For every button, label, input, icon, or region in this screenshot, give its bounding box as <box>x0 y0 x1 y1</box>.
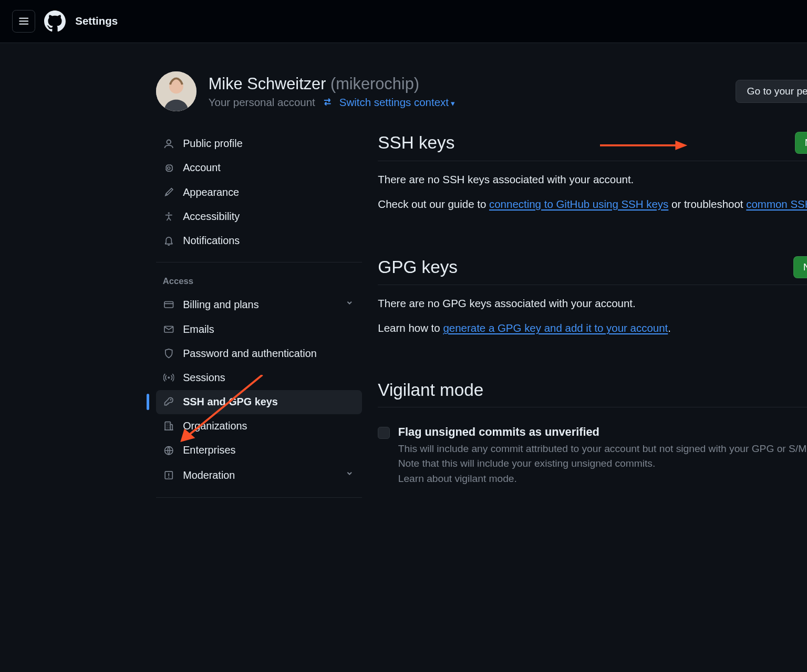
gpg-learn-link[interactable]: generate a GPG key and add it to your ac… <box>443 322 668 334</box>
vigilant-section-header: Vigilant mode <box>378 380 807 407</box>
username: (mikerochip) <box>330 75 419 93</box>
sidebar-item-account[interactable]: Account <box>156 156 362 180</box>
card-icon <box>163 299 175 311</box>
ssh-troubleshoot-link[interactable]: common SSH problems <box>746 198 807 210</box>
sidebar-item-label: Moderation <box>183 469 235 481</box>
vigilant-learn-link[interactable]: Learn about vigilant mode <box>398 473 514 484</box>
user-avatar-large <box>156 71 196 112</box>
sidebar-item-moderation[interactable]: Moderation <box>156 463 362 488</box>
chevron-down-icon <box>344 468 355 481</box>
key-icon <box>163 396 175 408</box>
vigilant-checkbox-row: Flag unsigned commits as unverified This… <box>378 422 807 487</box>
github-logo-icon[interactable] <box>44 10 66 32</box>
sidebar-item-label: SSH and GPG keys <box>183 396 278 408</box>
shield-icon <box>163 348 175 360</box>
switch-arrows-icon <box>322 97 333 107</box>
hamburger-button[interactable] <box>12 10 35 33</box>
gear-icon <box>163 162 175 174</box>
bell-icon <box>163 235 175 247</box>
sidebar-item-label: Sessions <box>183 372 225 384</box>
sidebar-item-organizations[interactable]: Organizations <box>156 414 362 438</box>
gpg-title: GPG keys <box>378 257 458 277</box>
sidebar-item-ssh-and-gpg-keys[interactable]: SSH and GPG keys <box>156 390 362 414</box>
display-name: Mike Schweitzer <box>209 75 326 93</box>
user-heading: Mike Schweitzer (mikerochip) <box>209 75 723 93</box>
sidebar-item-label: Appearance <box>183 186 239 198</box>
globe-icon <box>163 444 175 456</box>
sidebar-divider <box>156 262 362 262</box>
brush-icon <box>163 186 175 198</box>
mail-icon <box>163 323 175 335</box>
gpg-empty-text: There are no GPG keys associated with yo… <box>378 297 807 310</box>
sidebar-item-label: Account <box>183 162 221 174</box>
main-content: SSH keys New SSH key There are no SSH ke… <box>378 132 807 505</box>
settings-header: Mike Schweitzer (mikerochip) Your person… <box>156 59 807 132</box>
sidebar-item-label: Password and authentication <box>183 348 317 360</box>
gpg-section-header: GPG keys New GPG key <box>378 256 807 286</box>
flag-unsigned-checkbox[interactable] <box>378 427 390 439</box>
go-to-profile-button[interactable]: Go to your personal profile <box>736 80 807 103</box>
sidebar-divider <box>156 497 362 498</box>
settings-sidebar: Public profileAccountAppearanceAccessibi… <box>156 132 378 505</box>
sidebar-item-label: Enterprises <box>183 444 235 456</box>
top-bar: Settings <box>0 0 807 43</box>
sidebar-item-label: Organizations <box>183 420 247 432</box>
accessibility-icon <box>163 211 175 223</box>
new-gpg-key-button[interactable]: New GPG key <box>793 256 807 278</box>
broadcast-icon <box>163 372 175 384</box>
vigilant-title: Vigilant mode <box>378 380 483 400</box>
switch-context-link[interactable]: Switch settings context <box>339 96 455 109</box>
sidebar-item-password-and-authentication[interactable]: Password and authentication <box>156 341 362 365</box>
ssh-guide-link[interactable]: connecting to GitHub using SSH keys <box>489 198 668 210</box>
sidebar-item-enterprises[interactable]: Enterprises <box>156 438 362 463</box>
ssh-guide-text: Check out our guide to connecting to Git… <box>378 198 807 211</box>
page-title: Settings <box>75 15 118 27</box>
sidebar-item-public-profile[interactable]: Public profile <box>156 132 362 156</box>
ssh-title: SSH keys <box>378 133 454 153</box>
person-icon <box>163 138 175 150</box>
sidebar-item-label: Public profile <box>183 138 243 150</box>
sidebar-item-label: Billing and plans <box>183 299 258 311</box>
sidebar-item-accessibility[interactable]: Accessibility <box>156 204 362 228</box>
sidebar-item-billing-and-plans[interactable]: Billing and plans <box>156 292 362 318</box>
sidebar-item-sessions[interactable]: Sessions <box>156 366 362 390</box>
account-subtitle: Your personal account <box>209 96 315 109</box>
bars-icon <box>18 16 29 26</box>
flag-unsigned-label: Flag unsigned commits as unverified <box>398 425 807 439</box>
sidebar-item-label: Accessibility <box>183 211 240 223</box>
sidebar-item-label: Notifications <box>183 235 240 247</box>
sidebar-section-access: Access <box>156 269 362 292</box>
flag-unsigned-description: This will include any commit attributed … <box>398 442 807 487</box>
new-ssh-key-button[interactable]: New SSH key <box>795 132 807 154</box>
ssh-section-header: SSH keys New SSH key <box>378 132 807 161</box>
sidebar-item-appearance[interactable]: Appearance <box>156 180 362 204</box>
gpg-learn-text: Learn how to generate a GPG key and add … <box>378 322 807 334</box>
sidebar-item-notifications[interactable]: Notifications <box>156 228 362 253</box>
sidebar-item-label: Emails <box>183 323 214 335</box>
org-icon <box>163 420 175 432</box>
report-icon <box>163 469 175 481</box>
chevron-down-icon <box>344 298 355 311</box>
ssh-empty-text: There are no SSH keys associated with yo… <box>378 173 807 186</box>
sidebar-item-emails[interactable]: Emails <box>156 317 362 341</box>
